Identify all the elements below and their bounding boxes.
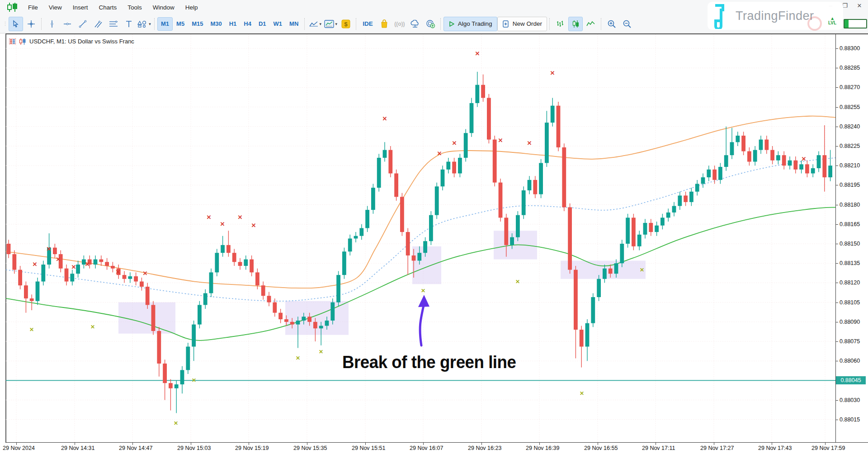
timeframe-m5[interactable]: M5 [173, 17, 188, 31]
vertical-line-tool-button[interactable] [45, 17, 59, 31]
zoom-out-button[interactable] [620, 17, 634, 31]
menu-help[interactable]: Help [180, 2, 203, 13]
timeframe-w1[interactable]: W1 [270, 17, 286, 31]
deposit-button[interactable]: $ [339, 17, 353, 31]
menu-charts[interactable]: Charts [94, 2, 123, 13]
candle-body [151, 305, 156, 331]
shapes-tool-button[interactable]: ▾ [137, 17, 151, 31]
menu-window[interactable]: Window [147, 2, 180, 13]
tradingfinder-logo-icon [708, 3, 731, 29]
candle-body [782, 155, 786, 166]
candle-body [12, 254, 16, 270]
time-tick-label: 29 Nov 14:47 [119, 445, 152, 451]
candle-body [759, 140, 763, 150]
candle-body [568, 207, 572, 270]
menu-tools[interactable]: Tools [122, 2, 147, 13]
candle-body [707, 170, 711, 177]
candle-body [649, 223, 653, 232]
signals-button[interactable]: ((o)) [392, 17, 407, 31]
candle-body [788, 161, 792, 166]
cursor-tool-button[interactable] [9, 17, 23, 31]
candle-body [192, 325, 196, 347]
sell-signal-marker: ✕ [437, 150, 442, 157]
close-button[interactable]: ✕ [854, 1, 865, 11]
candle-body [163, 364, 167, 383]
community-button[interactable] [423, 17, 438, 31]
candle-body [111, 266, 115, 269]
timeframe-m30[interactable]: M30 [207, 17, 225, 31]
crosshair-tool-button[interactable] [24, 17, 38, 31]
candle-body [609, 269, 613, 274]
crosshair-icon [27, 20, 35, 28]
bar-chart-mode-button[interactable] [553, 17, 567, 31]
candle-body [244, 260, 248, 266]
cloud-button[interactable] [408, 17, 422, 31]
candle-body [53, 248, 57, 254]
horizontal-line-tool-button[interactable] [60, 17, 75, 31]
candle-body [400, 197, 404, 232]
ide-button[interactable]: IDE [359, 17, 376, 31]
candle-body [226, 245, 231, 253]
tradingfinder-watermark: TradingFinder [708, 2, 843, 30]
market-button[interactable] [377, 17, 392, 31]
menu-view[interactable]: View [43, 2, 67, 13]
time-tick-mark [16, 443, 17, 445]
time-tick-mark [132, 443, 133, 445]
price-tick-label: 0.88030 [840, 397, 860, 403]
levels-tool-button[interactable] [106, 17, 121, 31]
current-price-tag: 0.88045 [836, 376, 866, 384]
timeframe-d1[interactable]: D1 [255, 17, 270, 31]
timeframe-m15[interactable]: M15 [188, 17, 207, 31]
candle-body [232, 253, 236, 262]
price-tick-mark [836, 146, 838, 147]
new-order-button[interactable]: New Order [497, 17, 547, 31]
indicators-button[interactable]: ▾ [323, 17, 338, 31]
tick-chart-button[interactable]: ▾ [308, 17, 322, 31]
menu-insert[interactable]: Insert [67, 2, 94, 13]
text-tool-button[interactable] [122, 17, 136, 31]
candle-body [435, 186, 439, 215]
timeframe-m1[interactable]: M1 [157, 17, 173, 31]
candle-chart-mode-button[interactable] [568, 17, 583, 31]
price-tick-label: 0.88135 [840, 260, 860, 266]
price-tick-mark [836, 400, 838, 401]
candle-body [203, 293, 208, 305]
candle-body [591, 297, 595, 323]
sell-signal-marker: ✕ [56, 256, 61, 263]
text-icon [125, 20, 133, 28]
candle-body [186, 347, 190, 370]
dollar-icon: $ [341, 19, 350, 28]
cloud-icon [410, 20, 420, 28]
menu-file[interactable]: File [23, 2, 43, 13]
horizontal-line-icon [63, 20, 71, 28]
algo-trading-button[interactable]: Algo Trading [443, 17, 497, 31]
candle-body [499, 183, 503, 218]
candle-body [678, 195, 682, 206]
order-block-box [118, 303, 175, 334]
channel-tool-button[interactable] [91, 17, 105, 31]
zoom-in-icon [607, 19, 616, 28]
candle-body [632, 218, 636, 246]
timeframe-h4[interactable]: H4 [240, 17, 255, 31]
candle-body [65, 269, 69, 282]
chart-canvas[interactable]: ✕✕✕✕✕✕✕✕✕✕✕✕✕✕✕✕✕✕✕✕✕✕✕✕✕✕✕✕✕ [6, 34, 835, 442]
time-axis[interactable]: 29 Nov 202429 Nov 14:3129 Nov 14:4729 No… [0, 443, 868, 454]
indicator-window-icon [324, 20, 334, 28]
timeframe-mn[interactable]: MN [286, 17, 302, 31]
buy-signal-marker: ✕ [174, 420, 178, 426]
tradingfinder-brand: TradingFinder [736, 9, 814, 23]
line-chart-icon [309, 20, 318, 28]
signal-icon: ((o)) [394, 21, 405, 27]
candle-body [701, 177, 705, 184]
candle-body [296, 321, 300, 325]
price-tick-mark [836, 224, 838, 225]
line-chart-mode-button[interactable] [584, 17, 598, 31]
timeframe-h1[interactable]: H1 [226, 17, 241, 31]
candle-body [452, 162, 456, 174]
trendline-tool-button[interactable] [75, 17, 90, 31]
time-tick-mark [772, 443, 772, 445]
candle-body [799, 164, 803, 170]
candle-body [741, 136, 745, 151]
zoom-in-button[interactable] [604, 17, 619, 31]
buy-signal-marker: ✕ [90, 324, 95, 330]
